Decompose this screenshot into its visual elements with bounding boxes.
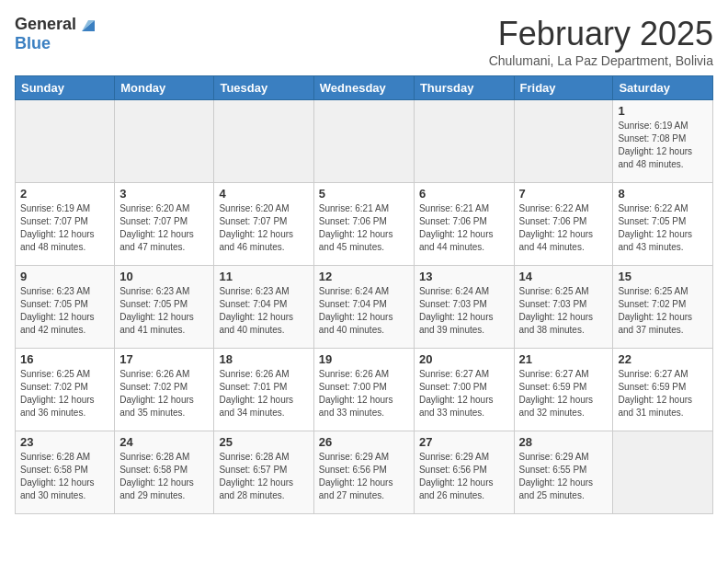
day-info: Sunrise: 6:23 AM Sunset: 7:04 PM Dayligh… — [219, 285, 308, 337]
day-number: 4 — [219, 187, 308, 201]
calendar-cell — [16, 100, 115, 183]
day-number: 21 — [519, 352, 609, 366]
calendar-week-row: 2Sunrise: 6:19 AM Sunset: 7:07 PM Daylig… — [16, 183, 713, 266]
weekday-header-friday: Friday — [514, 76, 613, 100]
weekday-header-monday: Monday — [115, 76, 214, 100]
calendar-cell: 8Sunrise: 6:22 AM Sunset: 7:05 PM Daylig… — [613, 183, 713, 266]
calendar-cell: 27Sunrise: 6:29 AM Sunset: 6:56 PM Dayli… — [414, 431, 514, 514]
logo-blue-text: Blue — [15, 35, 51, 53]
day-info: Sunrise: 6:19 AM Sunset: 7:07 PM Dayligh… — [20, 202, 109, 254]
day-number: 18 — [219, 352, 308, 366]
calendar-cell: 9Sunrise: 6:23 AM Sunset: 7:05 PM Daylig… — [16, 266, 115, 349]
calendar-cell: 7Sunrise: 6:22 AM Sunset: 7:06 PM Daylig… — [514, 183, 613, 266]
day-number: 24 — [119, 435, 209, 449]
calendar-cell: 14Sunrise: 6:25 AM Sunset: 7:03 PM Dayli… — [514, 266, 613, 349]
day-number: 3 — [119, 187, 209, 201]
calendar-cell: 18Sunrise: 6:26 AM Sunset: 7:01 PM Dayli… — [214, 349, 313, 431]
day-info: Sunrise: 6:26 AM Sunset: 7:02 PM Dayligh… — [119, 368, 209, 419]
calendar-cell: 12Sunrise: 6:24 AM Sunset: 7:04 PM Dayli… — [313, 266, 414, 349]
day-info: Sunrise: 6:24 AM Sunset: 7:03 PM Dayligh… — [419, 285, 509, 337]
day-number: 8 — [618, 187, 708, 201]
day-info: Sunrise: 6:22 AM Sunset: 7:05 PM Dayligh… — [618, 202, 708, 254]
day-info: Sunrise: 6:26 AM Sunset: 7:00 PM Dayligh… — [319, 368, 409, 419]
day-number: 9 — [20, 270, 109, 283]
day-info: Sunrise: 6:29 AM Sunset: 6:56 PM Dayligh… — [419, 451, 509, 502]
logo-icon — [78, 15, 98, 35]
logo-general-text: General — [15, 16, 76, 34]
day-number: 5 — [319, 187, 409, 201]
weekday-header-tuesday: Tuesday — [214, 76, 313, 100]
location-subtitle: Chulumani, La Paz Department, Bolivia — [489, 53, 713, 68]
day-info: Sunrise: 6:29 AM Sunset: 6:56 PM Dayligh… — [319, 451, 409, 502]
weekday-header-sunday: Sunday — [16, 76, 115, 100]
day-info: Sunrise: 6:28 AM Sunset: 6:58 PM Dayligh… — [20, 451, 109, 502]
day-info: Sunrise: 6:25 AM Sunset: 7:02 PM Dayligh… — [20, 368, 109, 419]
calendar-cell: 17Sunrise: 6:26 AM Sunset: 7:02 PM Dayli… — [115, 349, 214, 431]
day-info: Sunrise: 6:25 AM Sunset: 7:03 PM Dayligh… — [519, 285, 609, 337]
calendar-cell: 15Sunrise: 6:25 AM Sunset: 7:02 PM Dayli… — [613, 266, 713, 349]
day-number: 17 — [119, 352, 209, 366]
day-info: Sunrise: 6:23 AM Sunset: 7:05 PM Dayligh… — [119, 285, 209, 337]
day-info: Sunrise: 6:27 AM Sunset: 6:59 PM Dayligh… — [519, 368, 609, 419]
day-number: 28 — [519, 435, 609, 449]
calendar-cell — [514, 100, 613, 183]
calendar-cell: 1Sunrise: 6:19 AM Sunset: 7:08 PM Daylig… — [613, 100, 713, 183]
day-info: Sunrise: 6:21 AM Sunset: 7:06 PM Dayligh… — [319, 202, 409, 254]
calendar-cell: 3Sunrise: 6:20 AM Sunset: 7:07 PM Daylig… — [115, 183, 214, 266]
calendar-cell: 22Sunrise: 6:27 AM Sunset: 6:59 PM Dayli… — [613, 349, 713, 431]
calendar-cell — [115, 100, 214, 183]
weekday-header-saturday: Saturday — [613, 76, 713, 100]
weekday-header-wednesday: Wednesday — [313, 76, 414, 100]
day-info: Sunrise: 6:24 AM Sunset: 7:04 PM Dayligh… — [319, 285, 409, 337]
calendar-cell: 21Sunrise: 6:27 AM Sunset: 6:59 PM Dayli… — [514, 349, 613, 431]
calendar-cell: 26Sunrise: 6:29 AM Sunset: 6:56 PM Dayli… — [313, 431, 414, 514]
calendar-week-row: 9Sunrise: 6:23 AM Sunset: 7:05 PM Daylig… — [16, 266, 713, 349]
day-info: Sunrise: 6:27 AM Sunset: 7:00 PM Dayligh… — [419, 368, 509, 419]
day-info: Sunrise: 6:28 AM Sunset: 6:58 PM Dayligh… — [119, 451, 209, 502]
calendar-cell: 6Sunrise: 6:21 AM Sunset: 7:06 PM Daylig… — [414, 183, 514, 266]
day-number: 7 — [519, 187, 609, 201]
calendar-week-row: 16Sunrise: 6:25 AM Sunset: 7:02 PM Dayli… — [16, 349, 713, 431]
calendar-cell — [313, 100, 414, 183]
day-info: Sunrise: 6:21 AM Sunset: 7:06 PM Dayligh… — [419, 202, 509, 254]
day-number: 12 — [319, 270, 409, 283]
title-block: February 2025 Chulumani, La Paz Departme… — [489, 15, 713, 68]
calendar-week-row: 1Sunrise: 6:19 AM Sunset: 7:08 PM Daylig… — [16, 100, 713, 183]
day-number: 2 — [20, 187, 109, 201]
day-number: 23 — [20, 435, 109, 449]
day-number: 19 — [319, 352, 409, 366]
calendar-cell — [613, 431, 713, 514]
day-number: 27 — [419, 435, 509, 449]
day-info: Sunrise: 6:28 AM Sunset: 6:57 PM Dayligh… — [219, 451, 308, 502]
calendar-cell: 23Sunrise: 6:28 AM Sunset: 6:58 PM Dayli… — [16, 431, 115, 514]
day-number: 6 — [419, 187, 509, 201]
day-number: 22 — [618, 352, 708, 366]
calendar-cell: 28Sunrise: 6:29 AM Sunset: 6:55 PM Dayli… — [514, 431, 613, 514]
day-number: 15 — [618, 270, 708, 283]
day-number: 1 — [618, 104, 708, 118]
month-year-title: February 2025 — [489, 15, 713, 53]
calendar-week-row: 23Sunrise: 6:28 AM Sunset: 6:58 PM Dayli… — [16, 431, 713, 514]
day-number: 16 — [20, 352, 109, 366]
calendar-cell: 19Sunrise: 6:26 AM Sunset: 7:00 PM Dayli… — [313, 349, 414, 431]
calendar-cell: 24Sunrise: 6:28 AM Sunset: 6:58 PM Dayli… — [115, 431, 214, 514]
day-info: Sunrise: 6:27 AM Sunset: 6:59 PM Dayligh… — [618, 368, 708, 419]
calendar-cell: 4Sunrise: 6:20 AM Sunset: 7:07 PM Daylig… — [214, 183, 313, 266]
day-number: 14 — [519, 270, 609, 283]
day-info: Sunrise: 6:20 AM Sunset: 7:07 PM Dayligh… — [219, 202, 308, 254]
day-info: Sunrise: 6:19 AM Sunset: 7:08 PM Dayligh… — [618, 120, 708, 171]
calendar-cell — [414, 100, 514, 183]
weekday-header-thursday: Thursday — [414, 76, 514, 100]
day-number: 13 — [419, 270, 509, 283]
day-number: 20 — [419, 352, 509, 366]
calendar-cell: 20Sunrise: 6:27 AM Sunset: 7:00 PM Dayli… — [414, 349, 514, 431]
page-header: General Blue February 2025 Chulumani, La… — [15, 15, 713, 68]
day-number: 11 — [219, 270, 308, 283]
calendar-table: SundayMondayTuesdayWednesdayThursdayFrid… — [15, 75, 713, 514]
calendar-cell — [214, 100, 313, 183]
day-info: Sunrise: 6:23 AM Sunset: 7:05 PM Dayligh… — [20, 285, 109, 337]
calendar-cell: 11Sunrise: 6:23 AM Sunset: 7:04 PM Dayli… — [214, 266, 313, 349]
calendar-header-row: SundayMondayTuesdayWednesdayThursdayFrid… — [16, 76, 713, 100]
logo: General Blue — [15, 15, 98, 53]
day-info: Sunrise: 6:29 AM Sunset: 6:55 PM Dayligh… — [519, 451, 609, 502]
